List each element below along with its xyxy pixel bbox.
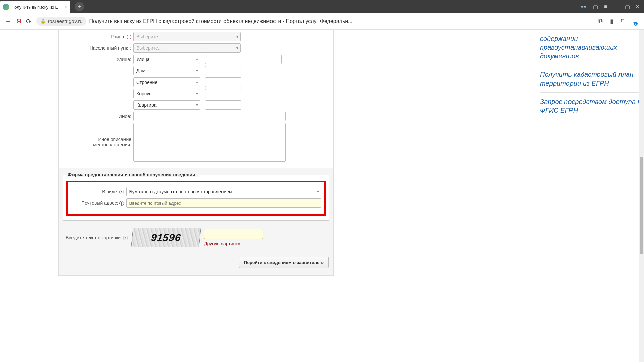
building-input[interactable]: [205, 77, 241, 87]
format-select[interactable]: Бумажного документа почтовым отправление…: [126, 187, 322, 196]
reader-icon[interactable]: 👓: [580, 4, 587, 10]
captcha-image: 91596: [131, 228, 201, 247]
building-type-select[interactable]: Строение: [133, 77, 200, 87]
korpus-type-select[interactable]: Корпус: [133, 89, 200, 98]
house-type-select[interactable]: Дом: [133, 66, 200, 75]
page-content: Район:! Выберите... Населенный пункт: Вы…: [0, 30, 644, 362]
flat-type-select[interactable]: Квартира: [133, 100, 200, 110]
downloads-icon[interactable]: ↓: [633, 18, 636, 25]
postaddr-label: Почтовый адрес:!: [70, 200, 126, 206]
browser-tabs-bar: Получить выписку из Е × + 👓 ▢ ≡ — ▢ ×: [0, 0, 644, 13]
url-domain: 🔒 rosreestr.gov.ru: [36, 17, 86, 26]
translate-icon[interactable]: ⧉: [598, 18, 603, 25]
other-input[interactable]: [133, 112, 286, 121]
sidebar-links: содержании правоустанавливающих документ…: [540, 30, 644, 362]
street-input[interactable]: [205, 55, 282, 64]
back-button[interactable]: ←: [5, 17, 12, 25]
street-type-select[interactable]: Улица: [133, 55, 200, 64]
new-tab-button[interactable]: +: [75, 2, 84, 11]
address-bar: ← Я ⟳ 🔒 rosreestr.gov.ru Получить выписк…: [0, 13, 644, 30]
captcha-label: Введите текст с картинки:!: [63, 235, 130, 240]
sidebar-link-fgis[interactable]: Запрос посредством доступа к ФГИС ЕГРН: [540, 93, 644, 119]
korpus-input[interactable]: [205, 89, 241, 98]
captcha-refresh-link[interactable]: Другую картинку: [204, 241, 263, 246]
url-box[interactable]: 🔒 rosreestr.gov.ru Получить выписку из Е…: [36, 17, 594, 26]
domain-text: rosreestr.gov.ru: [48, 18, 82, 24]
other-label: Иное:: [63, 114, 133, 119]
url-page-title: Получить выписку из ЕГРН о кадастровой с…: [89, 18, 352, 24]
street-label: Улица:: [63, 57, 133, 62]
rayon-select[interactable]: Выберите...: [133, 32, 241, 41]
highlight-annotation: В виде:! Бумажного документа почтовым от…: [66, 181, 326, 216]
browser-tab[interactable]: Получить выписку из Е ×: [0, 1, 70, 13]
postaddr-input[interactable]: [126, 198, 321, 208]
otherdesc-label: Иное описаниеместоположения:: [63, 123, 133, 147]
scrollbar-thumb[interactable]: [640, 157, 643, 254]
vertical-scrollbar[interactable]: [639, 30, 644, 362]
bookmark-icon[interactable]: ▮: [610, 18, 613, 25]
next-button[interactable]: Перейти к сведениям о заявителе»: [239, 257, 329, 268]
captcha-input[interactable]: [204, 229, 263, 239]
sidebar-link-documents[interactable]: содержании правоустанавливающих документ…: [540, 30, 644, 65]
tab-title: Получить выписку из Е: [11, 5, 62, 10]
house-input[interactable]: [205, 66, 241, 75]
extensions-icon[interactable]: ⧉: [621, 18, 625, 25]
yandex-icon[interactable]: Я: [16, 17, 21, 25]
reload-button[interactable]: ⟳: [26, 17, 32, 25]
menu-icon[interactable]: ≡: [604, 4, 607, 10]
sidebar-link-cadastral-plan[interactable]: Получить кадастровый план территории из …: [540, 65, 644, 93]
minimize-icon[interactable]: —: [613, 4, 619, 10]
close-tab-icon[interactable]: ×: [64, 4, 67, 10]
form-panel: Район:! Выберите... Населенный пункт: Вы…: [58, 30, 334, 276]
otherdesc-textarea[interactable]: [133, 123, 286, 162]
lock-icon: 🔒: [40, 19, 46, 24]
delivery-fieldset: Форма предоставления и способ получения …: [63, 175, 329, 221]
divider: [63, 251, 329, 251]
close-window-icon[interactable]: ×: [636, 4, 639, 10]
delivery-legend: Форма предоставления и способ получения …: [66, 172, 199, 177]
format-label: В виде:!: [70, 189, 126, 194]
flat-input[interactable]: [205, 100, 241, 110]
maximize-icon[interactable]: ▢: [625, 4, 630, 10]
rayon-label: Район:!: [63, 34, 133, 39]
settlement-label: Населенный пункт:: [63, 45, 133, 51]
bookmark-folder-icon[interactable]: ▢: [593, 4, 598, 10]
settlement-select[interactable]: Выберите...: [133, 43, 241, 53]
favicon-icon: [3, 4, 9, 10]
